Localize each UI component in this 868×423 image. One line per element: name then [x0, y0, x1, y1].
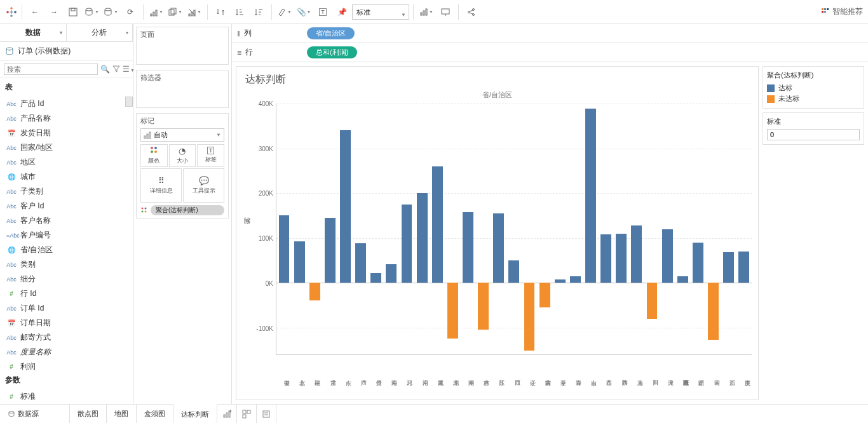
new-worksheet-tab[interactable]: +	[217, 405, 237, 423]
field-产品 Id[interactable]: Abc产品 Id	[0, 97, 133, 111]
clear-button[interactable]: ▼	[186, 3, 203, 21]
new-story-tab[interactable]	[257, 405, 276, 423]
field-城市[interactable]: 🌐城市	[0, 170, 133, 184]
field-国家/地区[interactable]: Abc国家/地区	[0, 140, 133, 155]
field-类别[interactable]: Abc类别	[0, 257, 133, 272]
filters-shelf[interactable]: 筛选器	[136, 70, 229, 108]
bar-广西[interactable]	[355, 243, 366, 283]
rows-shelf[interactable]: ≡行 总和(利润)	[232, 43, 868, 62]
labels-button[interactable]: T	[314, 3, 332, 21]
bar-安徽[interactable]	[279, 215, 290, 283]
sheet-tab-散点图[interactable]: 散点图	[70, 405, 107, 423]
search-icon[interactable]: 🔍	[100, 65, 110, 74]
bar-内蒙古[interactable]	[539, 283, 550, 307]
legend-item[interactable]: 未达标	[767, 93, 860, 104]
fit-select[interactable]: 标准	[352, 4, 409, 20]
size-button[interactable]: ◔大小	[169, 144, 196, 167]
color-pill[interactable]: 聚合(达标判断)	[151, 205, 224, 215]
tab-analysis[interactable]: 分析▾	[67, 24, 133, 41]
sheet-tab-达标判断[interactable]: 达标判断	[173, 404, 217, 423]
refresh-button[interactable]: ⟳	[121, 3, 139, 21]
field-订单日期[interactable]: 📅订单日期	[0, 316, 133, 330]
field-利润[interactable]: #利润	[0, 359, 133, 371]
scrollbar[interactable]	[125, 97, 133, 107]
bar-福建[interactable]	[309, 283, 320, 300]
legend-card[interactable]: 聚合(达标判断) 达标未达标	[763, 66, 864, 109]
share-button[interactable]	[463, 3, 480, 21]
swap-button[interactable]	[212, 3, 229, 21]
show-cards-button[interactable]: ▼	[417, 3, 435, 21]
field-产品名称[interactable]: Abc产品名称	[0, 111, 133, 126]
bar-上海[interactable]	[631, 225, 642, 283]
detail-button[interactable]: ⠿详细信息	[140, 168, 182, 203]
field-发货日期[interactable]: 📅发货日期	[0, 126, 133, 140]
bar-四川[interactable]	[647, 283, 658, 318]
new-worksheet-button[interactable]: ▼	[147, 3, 165, 21]
bar-天津[interactable]	[662, 229, 673, 283]
field-省/自治区[interactable]: 🌐省/自治区	[0, 243, 133, 257]
legend-item[interactable]: 达标	[767, 83, 860, 93]
datasource-item[interactable]: 订单 (示例数据)	[0, 42, 133, 60]
bar-云南[interactable]	[708, 283, 719, 340]
parameter-card[interactable]: 标准	[763, 112, 864, 145]
tooltip-button[interactable]: 💬工具提示	[183, 168, 224, 203]
save-button[interactable]	[64, 3, 82, 21]
columns-pill[interactable]: 省/自治区	[307, 27, 355, 39]
highlight-button[interactable]: ▼	[276, 3, 294, 21]
filter-icon[interactable]	[112, 65, 120, 74]
forward-button[interactable]: →	[45, 3, 63, 21]
new-datasource-button[interactable]: ▼	[83, 3, 101, 21]
group-button[interactable]: 📎▼	[295, 3, 313, 21]
color-button[interactable]: 颜色	[140, 144, 168, 167]
field-客户 Id[interactable]: Abc客户 Id	[0, 199, 133, 213]
mark-type-select[interactable]: 自动	[140, 128, 224, 142]
bar-河北[interactable]	[402, 205, 412, 283]
field-客户名称[interactable]: Abc客户名称	[0, 213, 133, 228]
bar-贵州[interactable]	[370, 273, 381, 283]
sheet-tab-地图[interactable]: 地图	[107, 405, 137, 423]
param-标准[interactable]: #标准	[0, 389, 133, 404]
field-地区[interactable]: Abc地区	[0, 155, 133, 170]
bar-青海[interactable]	[570, 276, 581, 283]
sheet-tab-盒须图[interactable]: 盒须图	[137, 405, 173, 423]
sort-asc-button[interactable]	[231, 3, 248, 21]
bar-吉林[interactable]	[478, 283, 489, 330]
bar-陕西[interactable]	[616, 234, 627, 283]
bar-甘肃[interactable]	[325, 218, 336, 283]
bar-辽宁[interactable]	[524, 283, 535, 351]
field-子类别[interactable]: Abc子类别	[0, 184, 133, 199]
pin-button[interactable]: 📌	[333, 3, 351, 21]
bar-海南[interactable]	[386, 264, 397, 283]
field-行 Id[interactable]: #行 Id	[0, 286, 133, 301]
bar-北京[interactable]	[294, 241, 305, 283]
new-dashboard-tab[interactable]	[237, 405, 257, 423]
back-button[interactable]: ←	[26, 3, 44, 21]
bar-湖北[interactable]	[447, 283, 458, 339]
label-button[interactable]: T标签	[197, 144, 224, 167]
parameter-input[interactable]	[767, 129, 860, 140]
bar-重庆[interactable]	[738, 252, 749, 283]
pause-updates-button[interactable]: ▼	[102, 3, 120, 21]
columns-shelf[interactable]: ⦀列 省/自治区	[232, 24, 868, 43]
field-邮寄方式[interactable]: Abc邮寄方式	[0, 330, 133, 345]
bar-浙江[interactable]	[723, 252, 734, 283]
sort-desc-button[interactable]	[250, 3, 268, 21]
bar-山东[interactable]	[585, 109, 596, 283]
show-me-button[interactable]: 智能推荐	[821, 6, 863, 17]
field-细分[interactable]: Abc细分	[0, 272, 133, 286]
bar-广东[interactable]	[340, 130, 351, 283]
datasource-tab[interactable]: 数据源	[0, 405, 70, 423]
search-input[interactable]	[4, 64, 98, 75]
duplicate-button[interactable]: ▼	[166, 3, 184, 21]
bar-河南[interactable]	[417, 193, 428, 283]
rows-pill[interactable]: 总和(利润)	[307, 46, 357, 58]
presentation-button[interactable]	[437, 3, 454, 21]
field-订单 Id[interactable]: Abc订单 Id	[0, 301, 133, 316]
bar-新疆[interactable]	[693, 243, 703, 283]
bar-湖南[interactable]	[463, 212, 473, 283]
field-客户编号[interactable]: =Abc客户编号	[0, 228, 133, 243]
field-度量名称[interactable]: Abc度量名称	[0, 345, 133, 359]
bar-江苏[interactable]	[493, 213, 504, 283]
tab-data[interactable]: 数据▾	[0, 24, 67, 41]
bar-宁夏[interactable]	[555, 279, 566, 283]
